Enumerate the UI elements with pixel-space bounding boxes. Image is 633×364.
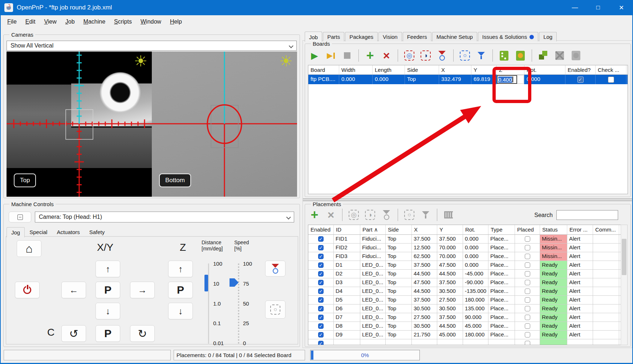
cell-enabled[interactable]: ✓: [308, 339, 334, 345]
column-header-error[interactable]: Error ...: [567, 225, 593, 234]
tab-parts[interactable]: Parts: [323, 32, 344, 41]
cell-error[interactable]: Alert: [567, 235, 593, 243]
panelize-button[interactable]: [537, 50, 549, 61]
cell-rot[interactable]: 180.000: [463, 331, 488, 339]
cell-check[interactable]: [596, 75, 626, 84]
top-camera-view[interactable]: ☀ Top: [7, 52, 152, 197]
cell-y[interactable]: 44.500: [437, 270, 463, 278]
enabled-checkbox[interactable]: ✓: [318, 315, 324, 320]
close-button[interactable]: ✕: [610, 0, 633, 15]
cell-id[interactable]: D8: [334, 322, 360, 330]
cell-id[interactable]: FID2: [334, 244, 360, 252]
cell-placed[interactable]: [515, 313, 540, 322]
placement-row-d9[interactable]: ✓D9LED_0...Top21.75045.000180.000Place..…: [308, 331, 621, 339]
cell-enabled[interactable]: ✓: [308, 331, 334, 339]
cell-x[interactable]: 332.479: [439, 75, 471, 84]
cell-rot[interactable]: 45.000: [463, 322, 488, 330]
cell-comments[interactable]: [593, 331, 619, 339]
move-tool-to-camera-button[interactable]: [265, 261, 285, 277]
placement-row-d3[interactable]: ✓D3LED_0...Top47.50037.500-90.000Place..…: [308, 278, 621, 287]
cell-part[interactable]: [360, 339, 386, 345]
cell-y[interactable]: 37.500: [437, 235, 463, 243]
cell-error[interactable]: Alert: [567, 252, 593, 261]
tab-packages[interactable]: Packages: [345, 32, 378, 41]
cell-comments[interactable]: [593, 313, 619, 322]
cell-part[interactable]: LED_0...: [360, 278, 386, 287]
cell-id[interactable]: D9: [334, 331, 360, 339]
jog-x-plus-button[interactable]: →: [130, 282, 155, 298]
placement-row-d6[interactable]: ✓D6LED_0...Top30.50030.500135.000Place..…: [308, 304, 621, 313]
jog-c-ccw-button[interactable]: ↺: [61, 325, 86, 342]
cell-type[interactable]: Place...: [488, 278, 515, 287]
cell-rot[interactable]: 0.000: [463, 235, 488, 243]
column-header-x[interactable]: X: [439, 65, 471, 74]
home-button[interactable]: ⌂: [17, 240, 41, 257]
cell-rot[interactable]: 90.000: [463, 313, 488, 322]
two-point-locate-button[interactable]: [475, 50, 487, 61]
board-locate-button[interactable]: [515, 50, 526, 61]
check-fiducials-checkbox[interactable]: [608, 77, 614, 83]
cell-x[interactable]: [412, 339, 437, 345]
position-camera-button[interactable]: [265, 300, 285, 319]
speed-slider-handle[interactable]: [230, 278, 239, 287]
menu-item-edit[interactable]: Edit: [21, 17, 40, 27]
cell-side[interactable]: Top: [386, 252, 412, 261]
placed-checkbox[interactable]: [525, 280, 530, 285]
park-z-button[interactable]: P: [168, 282, 193, 298]
column-header-status[interactable]: Status: [540, 225, 567, 234]
column-header-side[interactable]: Side: [405, 65, 439, 74]
enabled-checkbox[interactable]: ✓: [318, 289, 324, 294]
cell-side[interactable]: Top: [386, 278, 412, 287]
jog-x-minus-button[interactable]: ←: [61, 282, 86, 298]
cell-side[interactable]: Top: [386, 235, 412, 243]
cell-x[interactable]: 37.500: [412, 235, 437, 243]
placed-checkbox[interactable]: [525, 306, 530, 311]
scrollbar-thumb[interactable]: [622, 239, 626, 275]
enabled-checkbox[interactable]: ✓: [318, 245, 324, 250]
placement-row-d7[interactable]: ✓D7LED_0...Top27.50037.50090.000Place...…: [308, 313, 621, 322]
cell-placed[interactable]: [515, 322, 540, 330]
cell-comments[interactable]: [593, 261, 619, 269]
column-header-comm[interactable]: Comm...: [593, 225, 619, 234]
column-header-length[interactable]: Length: [373, 65, 405, 74]
cell-placed[interactable]: [515, 331, 540, 339]
add-placement-button[interactable]: [309, 209, 320, 221]
fiducial-check-button[interactable]: [498, 50, 510, 61]
tab-special[interactable]: Special: [25, 227, 52, 237]
cell-enabled[interactable]: ✓: [308, 252, 334, 261]
enabled-checkbox[interactable]: ✓: [318, 323, 324, 329]
move-camera-to-location-button[interactable]: [459, 50, 471, 61]
placed-checkbox[interactable]: [525, 289, 530, 294]
cell-error[interactable]: Alert: [567, 313, 593, 322]
camera-view-select[interactable]: Show All Vertical: [7, 41, 297, 51]
boards-table[interactable]: BoardWidthLengthSideXYZRot.Enabled?Check…: [308, 65, 628, 194]
placements-table[interactable]: EnabledIDPart ∧SideXYRot.TypePlacedStatu…: [308, 225, 621, 345]
cell-error[interactable]: Alert: [567, 270, 593, 278]
cell-error[interactable]: Alert: [567, 278, 593, 287]
step-job-button[interactable]: [325, 50, 337, 61]
cell-x[interactable]: 44.500: [412, 270, 437, 278]
menu-item-help[interactable]: Help: [166, 17, 186, 27]
cell-comments[interactable]: [593, 339, 619, 345]
speed-slider[interactable]: [238, 263, 239, 344]
panel-splitter[interactable]: [303, 199, 632, 201]
tab-jog[interactable]: Jog: [7, 227, 25, 237]
cell-error[interactable]: Alert: [567, 304, 593, 313]
column-header-rot[interactable]: Rot.: [463, 225, 488, 234]
boards-table-row[interactable]: ftp PCB....0.0000.000Top332.47969.8190.4…: [308, 75, 628, 84]
cell-comments[interactable]: [593, 244, 619, 252]
cell-error[interactable]: Alert: [567, 331, 593, 339]
cell-side[interactable]: Top: [386, 261, 412, 269]
column-header-y[interactable]: Y: [437, 225, 463, 234]
enabled-checkbox[interactable]: ✓: [318, 332, 324, 338]
cell-type[interactable]: Place...: [488, 296, 515, 304]
menu-item-file[interactable]: File: [3, 17, 21, 27]
cell-enabled[interactable]: ✓: [308, 261, 334, 269]
cell-x[interactable]: 12.500: [412, 244, 437, 252]
cell-part[interactable]: LED_0...: [360, 322, 386, 330]
cell-type[interactable]: Place...: [488, 331, 515, 339]
cell-enabled[interactable]: ✓: [308, 278, 334, 287]
cell-rot[interactable]: -45.000: [463, 270, 488, 278]
cell-rot[interactable]: 180.000: [463, 296, 488, 304]
cell-error[interactable]: Alert: [567, 287, 593, 295]
